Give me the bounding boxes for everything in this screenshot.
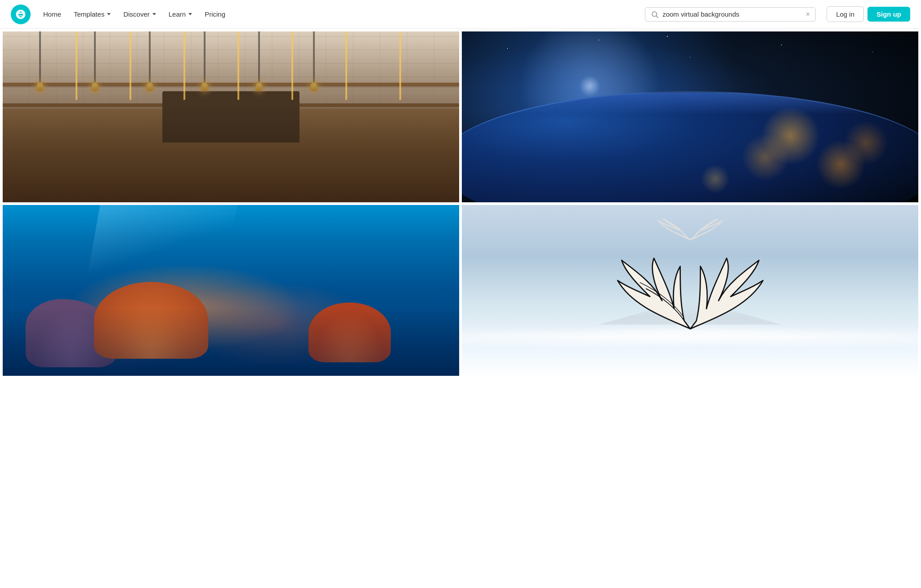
login-button[interactable]: Log in	[827, 6, 864, 22]
template-item-ocean[interactable]	[3, 205, 459, 376]
template-item-space[interactable]	[462, 31, 918, 202]
nav-links: Home Templates Discover Learn Pricing	[38, 7, 634, 22]
signup-label: Sign up	[876, 10, 901, 18]
nav-learn[interactable]: Learn	[163, 7, 197, 22]
template-item-coffee[interactable]	[3, 31, 459, 202]
chevron-down-icon	[152, 13, 156, 15]
search-input[interactable]	[662, 10, 802, 18]
nav-pricing-label: Pricing	[205, 10, 225, 18]
nav-pricing[interactable]: Pricing	[199, 7, 231, 22]
nav-templates-label: Templates	[74, 10, 104, 18]
angel-image	[462, 205, 918, 376]
signup-button[interactable]: Sign up	[867, 7, 910, 22]
nav-discover-label: Discover	[123, 10, 149, 18]
navbar: Home Templates Discover Learn Pricing × …	[0, 0, 921, 29]
coffee-image	[3, 31, 459, 202]
nav-learn-label: Learn	[169, 10, 186, 18]
nav-home-label: Home	[43, 10, 61, 18]
chevron-down-icon	[107, 13, 111, 15]
wings-svg	[519, 256, 861, 345]
login-label: Log in	[836, 10, 854, 18]
ocean-image	[3, 205, 459, 376]
template-item-angel[interactable]	[462, 205, 918, 376]
nav-discover[interactable]: Discover	[118, 7, 161, 22]
results-grid	[0, 29, 921, 379]
nav-templates[interactable]: Templates	[68, 7, 116, 22]
nav-home[interactable]: Home	[38, 7, 67, 22]
chevron-down-icon	[188, 13, 192, 15]
search-bar: ×	[645, 7, 816, 22]
svg-line-1	[657, 16, 658, 18]
svg-point-0	[652, 12, 657, 17]
search-icon	[651, 10, 659, 18]
canva-logo[interactable]	[11, 4, 31, 24]
search-clear-button[interactable]: ×	[806, 11, 810, 18]
space-image	[462, 31, 918, 202]
small-wings-svg	[644, 218, 736, 244]
